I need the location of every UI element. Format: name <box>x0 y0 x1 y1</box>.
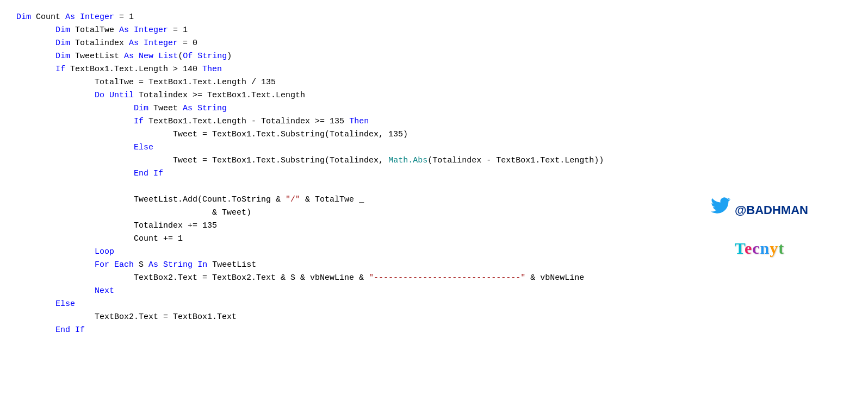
kw-else1: Else <box>134 143 153 152</box>
kw-integer: Integer <box>80 12 114 22</box>
twitter-bird-icon <box>711 196 730 224</box>
code-line-3: Dim Totalindex As Integer = 0 <box>16 37 852 50</box>
kw-then2: Then <box>349 117 369 126</box>
kw-as: As <box>65 12 75 22</box>
code-line-8: Dim Tweet As String <box>16 102 852 115</box>
kw-dim2: Dim <box>55 26 70 35</box>
kw-then1: Then <box>202 65 222 74</box>
twitter-badge: @BADHMAN <box>711 196 808 224</box>
kw-as4: As <box>124 52 134 61</box>
kw-list: List <box>158 52 178 61</box>
code-line-1: Dim Count As Integer = 1 <box>16 11 852 24</box>
kw-dim: Dim <box>16 12 31 22</box>
kw-next: Next <box>95 286 114 296</box>
kw-as2: As <box>119 26 129 35</box>
kw-if2: If <box>134 117 144 126</box>
code-line-25: End If <box>16 324 852 337</box>
kw-as5: As <box>183 104 193 113</box>
kw-dim5: Dim <box>134 104 148 113</box>
kw-new: New <box>139 52 153 61</box>
kw-else2: Else <box>55 299 75 309</box>
kw-of: Of <box>183 52 193 61</box>
code-line-5: If TextBox1.Text.Length > 140 Then <box>16 63 852 76</box>
str-dashes: "------------------------------" <box>369 273 525 283</box>
tecnyt-n: n <box>760 239 770 257</box>
kw-in: In <box>197 260 207 270</box>
code-line-21: TextBox2.Text = TextBox2.Text & S & vbNe… <box>16 272 852 285</box>
kw-as6: As <box>148 260 158 270</box>
kw-as3: As <box>129 39 139 48</box>
tecnyt-t: T <box>735 239 745 257</box>
code-line-12: Tweet = TextBox1.Text.Substring(Totalind… <box>16 154 852 167</box>
code-line-23: Else <box>16 298 852 311</box>
kw-endif2: End If <box>55 325 85 335</box>
code-line-blank1 <box>16 180 852 193</box>
code-line-2: Dim TotalTwe As Integer = 1 <box>16 24 852 37</box>
kw-string3: String <box>163 260 193 270</box>
teal-math: Math.Abs <box>388 156 427 165</box>
tecnyt-y: y <box>770 239 778 257</box>
kw-integer3: Integer <box>144 39 178 48</box>
code-line-24: TextBox2.Text = TextBox1.Text <box>16 311 852 324</box>
code-line-7: Do Until Totalindex >= TextBox1.Text.Len… <box>16 89 852 102</box>
code-line-13: End If <box>16 167 852 180</box>
kw-integer2: Integer <box>134 26 168 35</box>
twitter-handle-text: @BADHMAN <box>735 200 808 220</box>
tecnyt-t2: t <box>778 239 784 257</box>
tecnyt-e: e <box>745 239 752 257</box>
watermark-area: @BADHMAN Tecnyt <box>711 196 808 261</box>
kw-endif1: End If <box>134 169 163 178</box>
tecnyt-logo: Tecnyt <box>735 235 785 261</box>
kw-loop: Loop <box>95 247 114 256</box>
kw-dim3: Dim <box>55 39 70 48</box>
kw-if1: If <box>55 65 65 74</box>
code-line-9: If TextBox1.Text.Length - Totalindex >= … <box>16 115 852 128</box>
tecnyt-c: c <box>752 239 760 257</box>
kw-string2: String <box>197 104 227 113</box>
str-slash: "/" <box>286 195 300 204</box>
code-line-11: Else <box>16 141 852 154</box>
code-line-4: Dim TweetList As New List(Of String) <box>16 50 852 63</box>
kw-do-until: Do Until <box>95 91 134 100</box>
code-line-6: TotalTwe = TextBox1.Text.Length / 135 <box>16 76 852 89</box>
code-container: Dim Count As Integer = 1 Dim TotalTwe As… <box>16 11 852 337</box>
code-line-22: Next <box>16 285 852 298</box>
kw-string1: String <box>197 52 227 61</box>
kw-foreach: For Each <box>95 260 134 270</box>
code-line-10: Tweet = TextBox1.Text.Substring(Totalind… <box>16 128 852 141</box>
kw-dim4: Dim <box>55 52 70 61</box>
